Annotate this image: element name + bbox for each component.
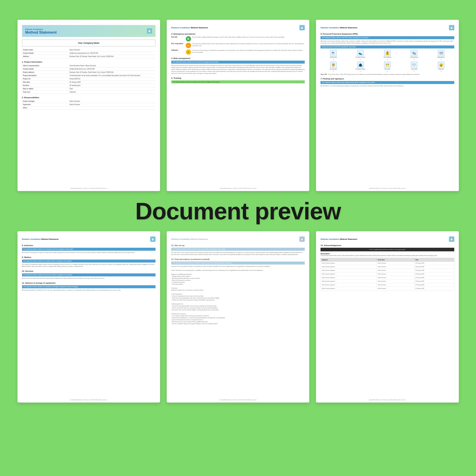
ppe-grid-row2: 🦻 Ear protection ✓ 🧥 Protective clothing… bbox=[321, 62, 454, 72]
ppe-other-text: If you have chosen 'Other PPE' please pr… bbox=[328, 73, 420, 75]
page5-title-rest: Method Statement bbox=[191, 238, 208, 240]
table-row: Project description:A brief description … bbox=[22, 74, 155, 77]
clothing-label: Protective clothing bbox=[356, 69, 365, 70]
ppe-intro: All workers on the project will wear saf… bbox=[321, 40, 454, 44]
glasses-label: Safety glasses bbox=[437, 57, 445, 58]
sig-row: Name Surname signature Name Surname 00 J… bbox=[321, 279, 454, 283]
sig-print-name: Name Surname bbox=[377, 261, 414, 265]
delivery-text: All required materials to be delivered t… bbox=[22, 289, 155, 291]
table-row: Days or nights:Days bbox=[22, 87, 155, 91]
mask-icon: 😷 bbox=[384, 62, 391, 68]
doc-icon-1: 📋 bbox=[147, 28, 152, 34]
ppe-ear: 🦻 Ear protection ✓ bbox=[321, 62, 347, 72]
sig-signature: Name Surname signature bbox=[321, 283, 377, 287]
company-name: Your Company Name bbox=[78, 42, 99, 44]
page3-header: Radiator Installation Method Statement 📋 bbox=[321, 25, 454, 30]
page6-title-rest: Method Statement bbox=[340, 238, 357, 240]
page4-title-rest: Method Statement bbox=[42, 238, 59, 240]
sig-print-name: Name Surname bbox=[377, 279, 414, 283]
welfare-text: The supervisor will address welfare matt… bbox=[22, 264, 155, 267]
sig-signature: Name Surname signature bbox=[321, 265, 377, 268]
page-2: Radiator Installation Method Statement 📋… bbox=[167, 20, 309, 191]
sig-header-name: Print name bbox=[377, 258, 414, 261]
shield-check: ✓ bbox=[413, 70, 415, 72]
fire-row: Fire / evacuation: ⚠ The supervisor will… bbox=[171, 43, 305, 48]
ppe-shield: 🛡 Face shield ✓ bbox=[401, 62, 427, 72]
page2-title-radiator: Radiator Installation bbox=[171, 27, 191, 29]
sig-row: Name Surname signature Name Surname 00 J… bbox=[321, 272, 454, 276]
sig-date: 00 January 2000 bbox=[414, 287, 454, 290]
section5-title: 5. Training bbox=[171, 77, 305, 79]
table-row: Supervisor:Name Surname bbox=[22, 103, 155, 106]
page-5: Radiator Installation Method Statement 📋… bbox=[167, 231, 309, 403]
table-row: Contact name: Name Surname bbox=[22, 48, 155, 52]
risk-text: Risk assessments have been carried out f… bbox=[171, 65, 305, 74]
table-row: Project address:Business Park, 00 Number… bbox=[22, 71, 155, 74]
sig-date: 00 January 2000 bbox=[414, 272, 454, 276]
fire-text: The supervisor will liaise with the clie… bbox=[192, 43, 305, 47]
sig-header-date: Date bbox=[414, 258, 454, 261]
sig-signature: Name Surname signature bbox=[321, 261, 377, 265]
services-text: Services are to be agreed with the clien… bbox=[22, 277, 155, 279]
task-blue-bar: The statement below outlines the method … bbox=[171, 262, 305, 265]
section14-title: 14. Acknowledgement bbox=[321, 244, 454, 246]
page6-header: Radiator Installation Method Statement 📋 bbox=[321, 237, 454, 242]
footwear-label: Protective footwear bbox=[355, 57, 365, 58]
warning-icon: ⚠ bbox=[186, 49, 191, 55]
respirator-check: ✓ bbox=[440, 70, 442, 72]
ppe-hivis: 🦺 Hi-Vis clothing ✓ bbox=[374, 50, 400, 60]
sig-row: Name Surname signature Name Surname 00 J… bbox=[321, 287, 454, 290]
ppe-check-bar: Check the boxes of the PPE required for … bbox=[321, 45, 454, 48]
sig-print-name: Name Surname bbox=[377, 265, 414, 268]
doc-icon-3: 📋 bbox=[449, 25, 454, 30]
page2-title-rest: Method Statement bbox=[191, 27, 208, 29]
preview-label: Document preview bbox=[135, 198, 341, 225]
sig-header-signature: Signature bbox=[321, 258, 377, 261]
helmet-check: ✓ bbox=[333, 58, 334, 60]
asbestos-label: Asbestos: bbox=[171, 49, 184, 51]
sig-date: 00 January 2000 bbox=[414, 279, 454, 283]
sig-date: 00 January 2000 bbox=[414, 261, 454, 265]
page4-header: Radiator Installation Method Statement 📋 bbox=[22, 237, 155, 242]
task-text: Overview: The main goal of this task is … bbox=[171, 266, 305, 325]
page4-footer: easyhealthandsafety.com | Simple, access… bbox=[17, 399, 160, 401]
hivis-icon: 🦺 bbox=[384, 50, 391, 56]
sig-header-row: Signature Print name Date bbox=[321, 258, 454, 261]
page-4: Radiator Installation Method Statement 📋… bbox=[17, 231, 160, 403]
section8-title: 8. Induction bbox=[22, 244, 155, 246]
section1-title: 1. Project information bbox=[22, 61, 155, 63]
delivery-blue-bar: The statement below outlines how deliver… bbox=[22, 285, 155, 288]
ear-icon: 🦻 bbox=[330, 62, 337, 68]
footwear-check: ✓ bbox=[360, 58, 361, 60]
contact-table: Contact name: Name Surname Contact detai… bbox=[22, 48, 155, 58]
ppe-helmet: ⛑ Safety helmet ✓ bbox=[321, 50, 347, 60]
ppe-grid-row1: ⛑ Safety helmet ✓ 👟 Protective footwear … bbox=[321, 50, 454, 60]
sig-signature: Name Surname signature bbox=[321, 276, 377, 279]
mask-check: ✓ bbox=[387, 70, 388, 72]
sitesetup-text: The work area is to be securely cordoned… bbox=[171, 252, 305, 256]
sig-print-name: Name Surname bbox=[377, 272, 414, 276]
mask-label: Face mask bbox=[384, 69, 390, 70]
doc-icon-5: 📋 bbox=[299, 237, 305, 242]
top-pages-grid: Radiator Installation Method Statement 📋… bbox=[17, 20, 459, 191]
sitesetup-blue-bar: The statement below outlines how the sit… bbox=[171, 248, 305, 251]
first-aid-label: First aid: bbox=[171, 36, 184, 38]
declaration-title: Declaration: bbox=[321, 253, 454, 255]
page3-footer: easyhealthandsafety.com | Simple, access… bbox=[316, 188, 459, 189]
sig-signature: Name Surname signature bbox=[321, 279, 377, 283]
table-row: Client & representative:Client Business … bbox=[22, 64, 155, 68]
section10-title: 10. Services bbox=[22, 270, 155, 272]
table-row: Contact details: info@yourcompanyname.co… bbox=[22, 52, 155, 55]
sig-row: Name Surname signature Name Surname 00 J… bbox=[321, 283, 454, 287]
glasses-check: ✓ bbox=[440, 58, 442, 60]
sig-row: Name Surname signature Name Surname 00 J… bbox=[321, 276, 454, 279]
helmet-icon: ⛑ bbox=[330, 50, 337, 56]
ppe-respirator: 😮 Respirator ✓ bbox=[428, 62, 454, 72]
table-row: Team size:Unknown bbox=[22, 91, 155, 94]
section11-title: 11. Delivery & storage of equipment bbox=[22, 282, 155, 284]
doc-icon-6: 📋 bbox=[449, 237, 454, 242]
ear-label: Ear protection bbox=[330, 69, 337, 70]
doc-icon-2: 📋 bbox=[299, 25, 305, 30]
table-row: Project ref:Project-0000-00 bbox=[22, 77, 155, 81]
services-blue-bar: The statement below outlines how service… bbox=[22, 273, 155, 276]
